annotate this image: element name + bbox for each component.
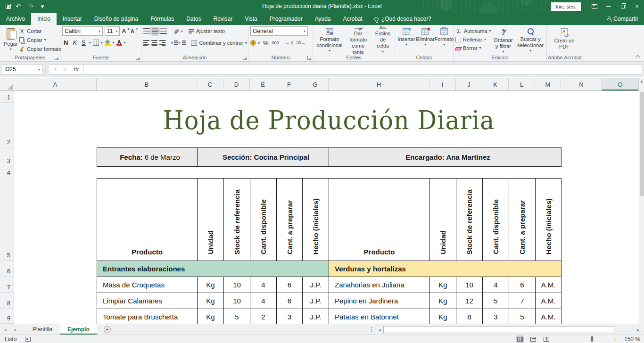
header-hecho-right[interactable]: Hecho (iniciales) — [536, 179, 561, 261]
redo-button[interactable]: ↷▾ — [28, 3, 36, 10]
cell-encargado[interactable]: Encargado: Ana Martínez — [329, 148, 561, 167]
clear-button[interactable]: Borrar▾ — [455, 44, 491, 52]
tab-diseno-de-pagina[interactable]: Diseño de página — [88, 13, 144, 25]
new-sheet-button[interactable]: + — [104, 326, 111, 333]
zoom-level[interactable]: 150 % — [621, 336, 640, 343]
tab-datos[interactable]: Datos — [180, 13, 207, 25]
row-header-7[interactable]: 7 — [0, 277, 14, 293]
wrap-text-button[interactable]: Ajustar texto — [196, 28, 225, 34]
font-color-button[interactable]: A — [116, 40, 122, 46]
align-middle-button[interactable] — [152, 28, 158, 34]
column-header-o-selected[interactable]: O — [602, 78, 639, 90]
category-entrantes[interactable]: Entrantes elaboraciones — [97, 261, 329, 277]
ribbon-display-options-button[interactable] — [587, 0, 602, 13]
column-header-f[interactable]: F — [276, 78, 302, 90]
header-stock-right[interactable]: Stock de referencia — [456, 179, 483, 261]
cell-unidad[interactable]: Kg — [430, 293, 456, 309]
number-format-select[interactable]: General▾ — [250, 26, 308, 36]
cell-hecho[interactable]: A.M. — [536, 293, 561, 309]
scrollbar-splitter[interactable] — [371, 327, 372, 333]
tab-acrobat[interactable]: Acrobat — [337, 13, 369, 25]
increase-decimal-button[interactable]: ←.0 — [286, 41, 294, 45]
column-header-l[interactable]: L — [509, 78, 535, 90]
decrease-indent-button[interactable] — [172, 41, 178, 46]
header-stock-left[interactable]: Stock de referencia — [224, 179, 250, 261]
sheet-grid[interactable]: 1 2 3 4 5 6 7 8 9 Hoja de Producción Dia… — [0, 91, 639, 324]
undo-button[interactable]: ↶▾ — [16, 3, 24, 10]
restore-button[interactable] — [616, 0, 630, 13]
category-verduras[interactable]: Verduras y hortalizas — [329, 261, 561, 277]
cell-disponible[interactable]: 3 — [483, 309, 509, 324]
enter-icon[interactable]: ✓ — [63, 66, 67, 73]
share-button[interactable]: Compartir — [606, 13, 638, 25]
formula-input[interactable] — [83, 64, 642, 74]
tab-inicio[interactable]: Inicio — [31, 13, 57, 25]
cell-preparar[interactable]: 7 — [509, 293, 536, 309]
row-header-6[interactable]: 6 — [0, 261, 14, 277]
sheet-title-cell[interactable]: Hoja de Producción Diaria — [97, 97, 561, 144]
cell-product[interactable]: Masa de Croquetas — [97, 277, 198, 293]
row-header-9[interactable]: 9 — [0, 309, 14, 324]
cell-stock[interactable]: 8 — [456, 309, 483, 324]
tab-vista[interactable]: Vista — [239, 13, 263, 25]
scroll-left-icon[interactable]: ◂ — [376, 326, 383, 334]
decrease-font-size-button[interactable]: A — [131, 28, 137, 34]
header-disponible-left[interactable]: Cant. disponible — [250, 179, 277, 261]
scroll-right-icon[interactable]: ▸ — [635, 326, 642, 334]
underline-button[interactable]: S — [80, 39, 87, 46]
cancel-icon[interactable]: × — [54, 66, 57, 73]
column-header-d[interactable]: D — [223, 78, 250, 90]
cell-unidad[interactable]: Kg — [430, 309, 456, 324]
cell-unidad[interactable]: Kg — [430, 277, 456, 293]
column-header-e[interactable]: E — [250, 78, 276, 90]
cell-preparar[interactable]: 6 — [277, 293, 303, 309]
insert-cells-button[interactable]: Insertar▾ — [397, 26, 416, 54]
increase-indent-button[interactable] — [180, 41, 186, 46]
sheet-tab-ejemplo[interactable]: Ejemplo — [60, 324, 97, 335]
sheet-tab-plantilla[interactable]: Plantilla — [25, 324, 60, 335]
increase-font-size-button[interactable]: A — [122, 28, 129, 34]
collapse-ribbon-button[interactable] — [636, 55, 640, 60]
cell-disponible[interactable]: 5 — [483, 293, 509, 309]
header-hecho-left[interactable]: Hecho (iniciales) — [303, 179, 329, 261]
column-header-j[interactable]: J — [456, 78, 482, 90]
cell-disponible[interactable]: 4 — [250, 293, 277, 309]
format-painter-button[interactable]: Copiar formato — [19, 45, 61, 54]
column-header-c[interactable]: C — [197, 78, 223, 90]
align-left-button[interactable] — [143, 40, 149, 46]
column-header-a[interactable]: A — [14, 78, 97, 90]
view-page-break-button[interactable] — [542, 335, 551, 343]
name-box[interactable]: O25▾ — [1, 64, 42, 74]
zoom-slider[interactable] — [563, 339, 608, 339]
row-header-1[interactable]: 1 — [0, 91, 14, 103]
tab-revisar[interactable]: Revisar — [207, 13, 239, 25]
font-size-select[interactable]: 11▾ — [105, 26, 120, 36]
row-header-4[interactable]: 4 — [0, 166, 14, 178]
cell-product[interactable]: Tomate para Bruschetta — [97, 309, 198, 324]
vertical-scrollbar[interactable]: ▲ — [639, 78, 644, 324]
accounting-format-button[interactable]: $ — [250, 40, 256, 46]
minimize-button[interactable] — [602, 0, 616, 13]
cell-hecho[interactable]: A.M. — [536, 309, 561, 324]
sign-in-button[interactable]: Inic. ses. — [551, 2, 581, 11]
cell-stock[interactable]: 10 — [456, 277, 483, 293]
sheet-nav-prev-icon[interactable]: ◂ — [0, 324, 10, 335]
header-preparar-right[interactable]: Cant. a preparar — [509, 179, 536, 261]
cell-preparar[interactable]: 3 — [277, 309, 303, 324]
decrease-decimal-button[interactable]: .00→ — [295, 41, 305, 45]
sort-filter-button[interactable]: AZ Ordenar y filtrar▾ — [491, 26, 516, 54]
zoom-slider-handle[interactable] — [591, 336, 593, 342]
format-as-table-button[interactable]: Dar formato como tabla▾ — [344, 26, 372, 54]
cell-stock[interactable]: 10 — [224, 277, 250, 293]
select-all-corner[interactable] — [0, 78, 14, 90]
column-header-g[interactable]: G — [302, 78, 329, 90]
header-producto-right[interactable]: Producto — [329, 179, 430, 261]
conditional-formatting-button[interactable]: Formato condicional▾ — [315, 26, 344, 54]
column-header-n[interactable]: N — [561, 78, 602, 90]
horizontal-scroll-thumb[interactable] — [383, 326, 614, 333]
borders-button[interactable] — [93, 40, 99, 46]
cell-disponible[interactable]: 4 — [250, 277, 277, 293]
column-header-m[interactable]: M — [535, 78, 561, 90]
dialog-launcher-icon[interactable] — [307, 56, 311, 60]
view-normal-button[interactable] — [516, 335, 524, 343]
